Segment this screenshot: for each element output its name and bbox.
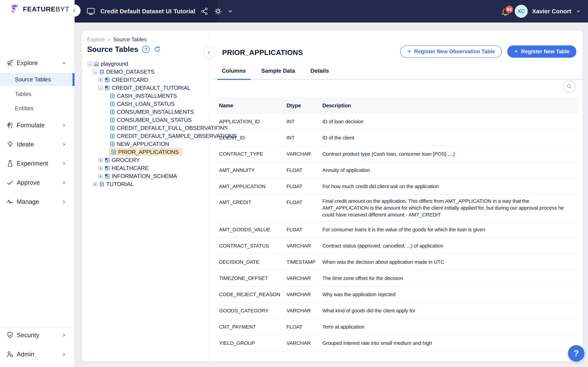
notifications-button[interactable]: 84 — [500, 5, 510, 17]
pulse-icon — [6, 198, 14, 206]
table-row[interactable]: DECISION_DATE TIMESTAMP When was the dec… — [215, 254, 578, 270]
sidebar-collapse-button[interactable] — [68, 4, 81, 17]
schema-icon — [104, 85, 110, 91]
collapse-expander[interactable]: - — [87, 62, 92, 66]
table-row[interactable]: GOODS_CATEGORY VARCHAR What kind of good… — [215, 303, 578, 319]
selected-tree-node[interactable]: PRIOR_APPLICATIONS — [109, 148, 182, 156]
tree-connector — [104, 116, 108, 124]
columns-table: Name Dtype Description APPLICATION_ID IN… — [215, 98, 578, 351]
column-header-name: Name — [215, 103, 283, 109]
panel-divider — [209, 30, 209, 361]
breadcrumb-separator: > — [108, 37, 110, 42]
floating-help-button[interactable]: ? — [568, 345, 584, 361]
logo-text: FEATUREBYTE — [23, 6, 74, 13]
tree-connector — [104, 148, 108, 156]
column-header-description: Description — [319, 99, 578, 112]
detail-tabs: Columns Sample Data Details — [213, 64, 582, 80]
table-row[interactable]: CONTRACT_TYPE VARCHAR Contract product t… — [215, 146, 578, 162]
tree-connector — [104, 132, 108, 140]
column-header-dtype: Dtype — [283, 103, 319, 109]
schema-icon — [104, 77, 110, 83]
lightbulb-icon — [6, 141, 14, 148]
tab-details[interactable]: Details — [306, 67, 333, 79]
schema-icon — [104, 165, 110, 171]
chevron-right-icon — [62, 123, 66, 127]
sidebar-item-manage[interactable]: Manage — [0, 195, 75, 208]
table-icon — [109, 133, 115, 139]
sidebar-item-approve[interactable]: Approve — [0, 176, 75, 189]
chevron-right-icon — [62, 180, 66, 185]
table-icon — [109, 117, 115, 123]
table-row[interactable]: TIMEZONE_OFFSET VARCHAR The time zone of… — [215, 270, 578, 286]
tab-columns[interactable]: Columns — [217, 67, 251, 79]
plus-icon: + — [514, 48, 518, 55]
table-row[interactable]: CODE_REJECT_REASON VARCHAR Why was the a… — [215, 286, 578, 303]
breadcrumb-current: Source Tables — [113, 36, 147, 43]
expand-expander[interactable]: + — [98, 166, 103, 170]
sidebar-item-entities[interactable]: Entities — [0, 102, 75, 115]
expand-expander[interactable]: + — [98, 78, 103, 82]
tree-connector — [104, 100, 108, 108]
expand-expander[interactable]: + — [93, 182, 97, 186]
warehouse-icon — [93, 61, 99, 67]
flask-icon — [6, 160, 14, 167]
chevron-right-icon — [62, 161, 66, 166]
sidebar-item-security[interactable]: Security — [0, 329, 75, 342]
project-title: Credit Default Dataset UI Tutorial — [101, 8, 195, 15]
sidebar-item-experiment[interactable]: Experiment — [0, 157, 75, 170]
check-icon — [6, 179, 14, 187]
collapse-expander[interactable]: - — [98, 86, 103, 90]
search-icon — [566, 83, 573, 90]
page-title: PRIOR_APPLICATIONS — [222, 49, 303, 57]
top-bar: Credit Default Dataset UI Tutorial 84 XC — [75, 0, 588, 23]
user-menu-chevron-icon[interactable] — [576, 8, 581, 14]
table-row[interactable]: YIELD_GROUP VARCHAR Grouped interest rat… — [215, 335, 578, 351]
table-icon — [109, 141, 115, 147]
table-row[interactable]: AMT_APPLICATION FLOAT For how much credi… — [215, 178, 578, 195]
tree-node-credit-default-tutorial[interactable]: - CREDIT_DEFAULT_TUTORIAL — [82, 84, 582, 92]
database-icon — [99, 69, 105, 75]
chevron-left-icon — [207, 50, 211, 55]
tree-connector — [104, 140, 108, 148]
register-new-observation-table-button[interactable]: + Register New Observation Table — [400, 45, 502, 58]
search-button[interactable] — [563, 80, 576, 93]
content-card: Explore > Source Tables Source Tables ? … — [82, 30, 582, 361]
collapse-expander[interactable]: - — [93, 70, 97, 74]
tree-connector — [104, 92, 108, 100]
chevron-down-icon[interactable] — [227, 8, 233, 14]
help-icon[interactable]: ? — [142, 46, 150, 53]
avatar[interactable]: XC — [515, 5, 528, 18]
sidebar-item-admin[interactable]: Admin — [0, 348, 75, 361]
featurebyte-logo: FEATUREBYTE — [9, 4, 74, 15]
table-row[interactable]: CONTRACT_STATUS VARCHAR Contract status … — [215, 238, 578, 254]
table-row[interactable]: AMT_CREDIT FLOAT Final credit amount on … — [215, 195, 578, 222]
sidebar-item-source-tables[interactable]: Source Tables — [0, 73, 75, 86]
monitor-icon — [86, 7, 95, 16]
tree-panel-collapse-button[interactable] — [203, 46, 215, 59]
table-row[interactable]: CLIENT_ID INT ID of the client — [215, 130, 578, 146]
sidebar-item-tables[interactable]: Tables — [0, 88, 75, 100]
tree-connector — [104, 108, 108, 116]
chevron-left-icon — [72, 8, 77, 13]
sidebar-item-explore[interactable]: Explore — [0, 57, 75, 69]
expand-expander[interactable]: + — [98, 158, 103, 162]
plus-icon: + — [407, 48, 411, 55]
register-new-table-button[interactable]: + Register New Table — [507, 45, 576, 58]
tab-sample-data[interactable]: Sample Data — [257, 67, 300, 79]
sidebar-item-ideate[interactable]: Ideate — [0, 138, 75, 151]
table-row[interactable]: APPLICATION_ID INT ID of loan decision — [215, 114, 578, 130]
telescope-icon — [6, 59, 14, 67]
breadcrumb-parent[interactable]: Explore — [87, 36, 105, 43]
gear-icon[interactable] — [214, 7, 222, 16]
table-icon — [111, 149, 117, 155]
sidebar-item-formulate[interactable]: Formulate — [0, 119, 75, 132]
refresh-icon[interactable] — [153, 45, 161, 53]
schema-icon — [104, 173, 110, 179]
chevron-right-icon — [62, 142, 66, 147]
table-row[interactable]: AMT_GOODS_VALUE FLOAT For consumer loans… — [215, 222, 578, 238]
expand-expander[interactable]: + — [98, 174, 103, 178]
share-icon[interactable] — [201, 7, 209, 15]
table-row[interactable]: CNT_PAYMENT FLOAT Term at application — [215, 319, 578, 335]
chevron-right-icon — [62, 200, 66, 204]
table-row[interactable]: AMT_ANNUITY FLOAT Annuity of application — [215, 162, 578, 178]
